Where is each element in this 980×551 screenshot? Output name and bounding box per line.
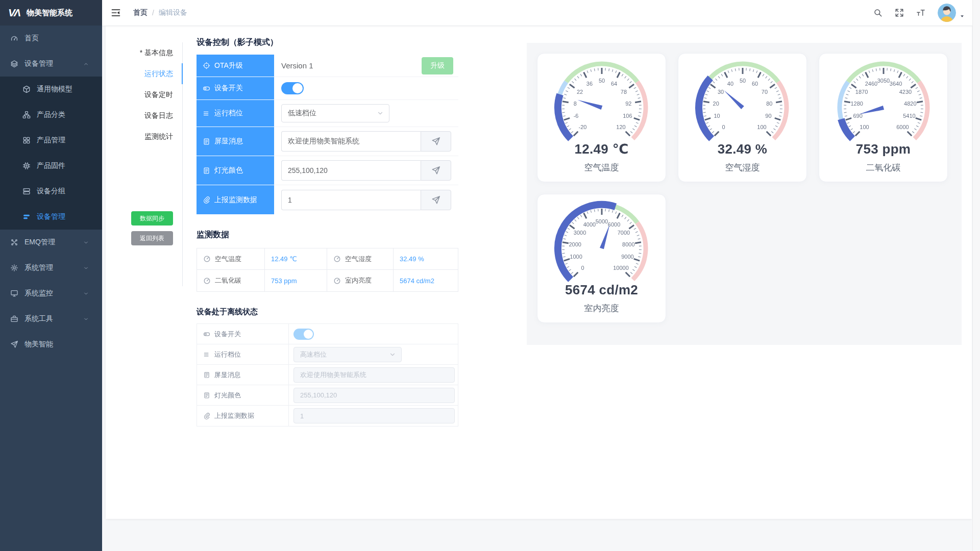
logo-icon: VΛ xyxy=(8,7,21,19)
sidebar-item[interactable]: 系统管理 xyxy=(0,255,102,281)
font-size-icon[interactable] xyxy=(916,8,925,17)
sidebar-subitem[interactable]: 设备分组 xyxy=(0,179,102,204)
device-switch-toggle[interactable] xyxy=(281,82,304,94)
shadow-row-value xyxy=(274,127,458,156)
svg-text:50: 50 xyxy=(739,78,745,84)
sidebar-item[interactable]: EMQ管理 xyxy=(0,230,102,255)
group-icon xyxy=(22,187,31,195)
top-header: 首页 / 编辑设备 xyxy=(102,0,980,26)
svg-text:20: 20 xyxy=(713,101,719,107)
tab-item[interactable]: 监测统计 xyxy=(106,126,182,147)
offline-section-title: 设备处于离线状态 xyxy=(197,307,458,317)
text-input[interactable] xyxy=(281,190,421,210)
sidebar-item[interactable]: 设备管理 xyxy=(0,51,102,77)
tab-run-status[interactable]: 运行状态 xyxy=(106,63,182,84)
tab-item[interactable]: 设备日志 xyxy=(106,105,182,126)
search-icon[interactable] xyxy=(873,8,883,17)
sidebar-subitem[interactable]: 产品固件 xyxy=(0,153,102,179)
text-input[interactable] xyxy=(281,131,421,152)
sidebar-item[interactable]: 系统监控 xyxy=(0,281,102,306)
breadcrumb-home[interactable]: 首页 xyxy=(133,8,148,17)
device-tabs: * 基本信息运行状态设备定时设备日志监测统计 xyxy=(106,42,182,147)
gauge-card: 010203040506070809010032.49 %空气湿度 xyxy=(678,53,807,182)
ota-icon xyxy=(203,62,210,69)
sidebar-subitem-label: 设备分组 xyxy=(37,187,65,196)
gauge-chart-wrap: 0102030405060708090100 xyxy=(687,59,799,144)
sidebar-item[interactable]: 系统工具 xyxy=(0,306,102,332)
breadcrumb-separator: / xyxy=(152,9,154,17)
shadow-row: 上报监测数据 xyxy=(197,185,458,214)
sidebar-item-label: 系统管理 xyxy=(24,263,53,272)
tab-item[interactable]: 设备定时 xyxy=(106,84,182,105)
send-button[interactable] xyxy=(421,190,451,210)
chevron-down-icon xyxy=(83,316,89,322)
firmware-version-text: Version 1 xyxy=(281,61,313,70)
grid-icon xyxy=(22,136,31,144)
run-gear-select[interactable]: 低速档位 xyxy=(281,104,389,122)
svg-text:120: 120 xyxy=(616,124,625,130)
input-send-group xyxy=(281,131,451,152)
shadow-row-label: 上报监测数据 xyxy=(197,185,274,214)
svg-text:50: 50 xyxy=(598,78,604,84)
gauge-value: 5674 cd/m2 xyxy=(565,282,638,298)
shadow-row-value: 低速档位 xyxy=(274,100,458,127)
svg-text:92: 92 xyxy=(625,101,631,107)
svg-text:3640: 3640 xyxy=(889,81,901,87)
sidebar-subitem-label: 设备管理 xyxy=(37,212,65,221)
shadow-row-label-text: 灯光颜色 xyxy=(214,166,243,175)
gauge-card: 0100020003000400050006000700080009000100… xyxy=(537,194,666,323)
gauge-chart-wrap: 0100020003000400050006000700080009000100… xyxy=(546,199,658,285)
monitor-label-text: 空气温度 xyxy=(215,255,241,264)
required-asterisk: * xyxy=(140,48,144,57)
collapse-sidebar-icon[interactable] xyxy=(111,8,121,18)
content-panel: * 基本信息运行状态设备定时设备日志监测统计 数据同步返回列表 设备控制（影子模… xyxy=(106,26,972,519)
chip-icon xyxy=(22,162,31,170)
paperclip-icon xyxy=(203,412,210,419)
monitor-value-text: 12.49 ℃ xyxy=(271,255,297,263)
tab-label: 基本信息 xyxy=(144,48,173,57)
svg-text:-20: -20 xyxy=(578,124,586,130)
gauge-icon xyxy=(203,277,211,285)
tab-item[interactable]: * 基本信息 xyxy=(106,42,182,63)
avatar[interactable] xyxy=(938,4,956,22)
svg-text:78: 78 xyxy=(620,89,626,95)
select-value: 低速档位 xyxy=(288,109,316,118)
svg-text:3050: 3050 xyxy=(877,78,889,84)
plane-icon xyxy=(431,195,440,205)
sidebar-subitem[interactable]: 通用物模型 xyxy=(0,77,102,102)
bars-icon xyxy=(22,213,31,221)
sidebar-item[interactable]: 首页 xyxy=(0,26,102,51)
chevron-down-icon xyxy=(83,240,89,245)
upgrade-button[interactable]: 升级 xyxy=(422,57,453,74)
user-menu[interactable] xyxy=(938,4,965,22)
monitor-label: 二氧化碳 xyxy=(197,270,265,291)
sidebar-item[interactable]: 物美智能 xyxy=(0,332,102,357)
svg-text:60: 60 xyxy=(751,81,757,87)
offline-row: 灯光颜色 xyxy=(197,385,458,406)
monitor-label: 空气温度 xyxy=(197,248,265,270)
fullscreen-icon[interactable] xyxy=(895,8,904,17)
sidebar-subitem[interactable]: 产品管理 xyxy=(0,128,102,153)
svg-text:1000: 1000 xyxy=(570,254,582,260)
data-sync-button[interactable]: 数据同步 xyxy=(131,211,173,226)
svg-text:36: 36 xyxy=(586,81,592,87)
send-button[interactable] xyxy=(421,131,451,152)
page-scrollbar[interactable] xyxy=(972,0,980,551)
back-to-list-button[interactable]: 返回列表 xyxy=(131,231,173,245)
cube-icon xyxy=(22,85,31,93)
svg-text:4000: 4000 xyxy=(583,221,595,228)
layers-icon xyxy=(10,60,18,68)
monitor-section-title: 监测数据 xyxy=(197,230,458,240)
gauge-card: -20-6822365064789210612012.49 ℃空气温度 xyxy=(537,53,666,182)
shadow-row-label-text: 上报监测数据 xyxy=(214,195,257,205)
send-button[interactable] xyxy=(421,160,451,181)
toggle-knob xyxy=(304,330,313,339)
sidebar-subitem[interactable]: 产品分类 xyxy=(0,102,102,128)
svg-text:6000: 6000 xyxy=(896,124,909,130)
text-input[interactable] xyxy=(281,160,421,181)
svg-text:10: 10 xyxy=(714,113,720,119)
sidebar-subitem[interactable]: 设备管理 xyxy=(0,204,102,230)
app-title: 物美智能系统 xyxy=(27,8,72,18)
shadow-row: OTA升级Version 1升级 xyxy=(197,55,458,77)
chevron-up-icon xyxy=(83,61,89,67)
